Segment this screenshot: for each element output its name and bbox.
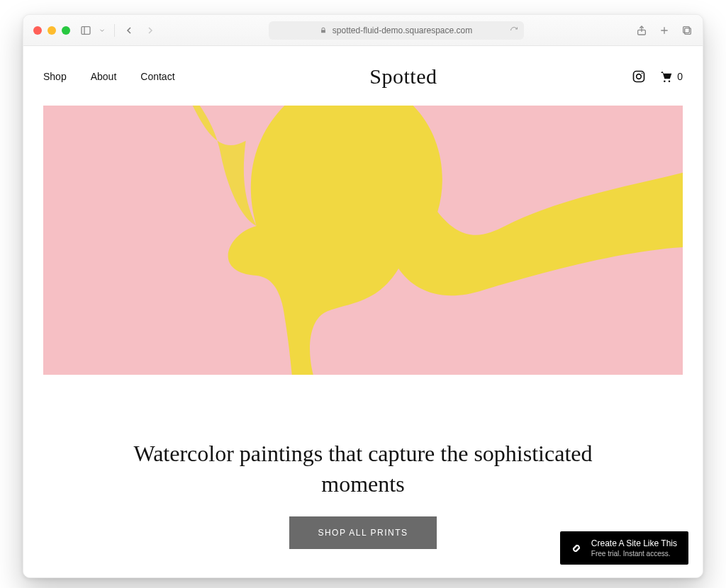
nav-link-shop[interactable]: Shop [43, 71, 67, 82]
browser-titlebar: spotted-fluid-demo.squarespace.com [23, 15, 703, 46]
svg-rect-6 [683, 26, 690, 33]
site-logo[interactable]: Spotted [369, 64, 437, 89]
tabs-icon[interactable] [681, 25, 693, 36]
svg-point-11 [669, 80, 671, 82]
instagram-icon[interactable] [632, 69, 646, 84]
promo-subtitle: Free trial. Instant access. [591, 550, 677, 558]
toolbar-separator [114, 24, 115, 37]
reload-icon[interactable] [510, 26, 518, 35]
svg-rect-0 [82, 26, 90, 34]
hero-headline: Watercolor paintings that capture the so… [108, 439, 618, 499]
address-url: spotted-fluid-demo.squarespace.com [333, 26, 472, 35]
nav-link-contact[interactable]: Contact [140, 71, 174, 82]
promo-text: Create A Site Like This Free trial. Inst… [591, 538, 677, 558]
svg-point-10 [664, 80, 666, 82]
squarespace-logo-icon [569, 541, 584, 556]
header-actions: 0 [632, 69, 683, 84]
svg-point-9 [642, 73, 643, 74]
promo-title: Create A Site Like This [591, 538, 677, 548]
sidebar-icon[interactable] [80, 25, 91, 36]
minimize-window-button[interactable] [48, 26, 56, 35]
cart-count: 0 [677, 71, 683, 82]
svg-rect-7 [634, 72, 644, 82]
cart-button[interactable]: 0 [659, 69, 683, 84]
svg-point-8 [637, 74, 642, 79]
lock-icon [320, 27, 327, 34]
address-bar-container: spotted-fluid-demo.squarespace.com [166, 21, 626, 40]
new-tab-icon[interactable] [659, 25, 670, 36]
shop-all-prints-button[interactable]: SHOP ALL PRINTS [289, 516, 436, 549]
cart-icon [659, 69, 673, 84]
hero-image [43, 106, 683, 375]
nav-link-about[interactable]: About [91, 71, 117, 82]
hero-artwork [43, 106, 683, 375]
share-icon[interactable] [636, 25, 647, 36]
back-button[interactable] [123, 25, 135, 36]
squarespace-promo[interactable]: Create A Site Like This Free trial. Inst… [560, 531, 688, 565]
primary-nav: Shop About Contact [43, 71, 175, 82]
chevron-down-icon[interactable] [99, 27, 106, 34]
browser-window: spotted-fluid-demo.squarespace.com Shop … [23, 14, 703, 578]
svg-rect-5 [685, 28, 691, 34]
forward-button[interactable] [145, 25, 156, 36]
site-header: Shop About Contact Spotted 0 [43, 46, 683, 106]
close-window-button[interactable] [33, 26, 42, 35]
fullscreen-window-button[interactable] [62, 26, 70, 35]
window-controls [33, 26, 70, 35]
address-bar[interactable]: spotted-fluid-demo.squarespace.com [269, 21, 524, 40]
webpage: Shop About Contact Spotted 0 Watercolor … [23, 46, 703, 577]
